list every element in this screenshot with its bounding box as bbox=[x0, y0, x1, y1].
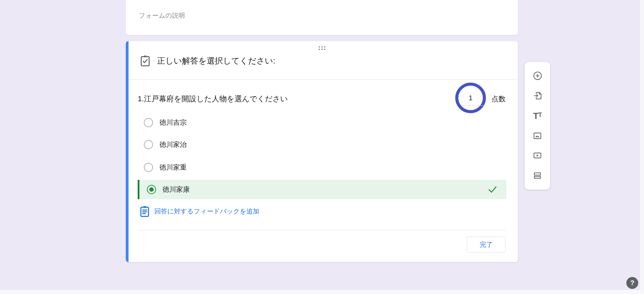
answer-option-label: 徳川家重 bbox=[159, 163, 187, 172]
answer-option[interactable]: 徳川吉宗 bbox=[138, 116, 187, 129]
google-forms-quiz-editor: フォームの説明 正しい解答を選択してください: 1.江戸幕府を開設した人物を選ん… bbox=[0, 0, 644, 294]
points-value[interactable]: 1 bbox=[469, 94, 472, 102]
clipboard-check-icon bbox=[140, 55, 150, 67]
add-feedback-link[interactable]: 回答に対するフィードバックを追加 bbox=[140, 205, 259, 218]
import-questions-button[interactable] bbox=[530, 89, 545, 103]
footer-divider bbox=[138, 230, 506, 230]
add-video-button[interactable] bbox=[530, 149, 545, 163]
form-description-input[interactable]: フォームの説明 bbox=[139, 11, 185, 20]
import-questions-icon bbox=[533, 91, 542, 100]
side-toolbar: TT bbox=[525, 62, 550, 190]
add-image-button[interactable] bbox=[530, 128, 545, 143]
points-label: 点数 bbox=[491, 94, 506, 104]
image-icon bbox=[533, 131, 542, 140]
answer-option-label: 徳川吉宗 bbox=[159, 118, 187, 127]
question-card: 正しい解答を選択してください: 1.江戸幕府を開設した人物を選んでください 1 … bbox=[126, 41, 518, 262]
add-title-button[interactable]: TT bbox=[530, 109, 545, 123]
radio-unselected-icon[interactable] bbox=[144, 163, 153, 172]
drag-handle-icon[interactable] bbox=[319, 46, 325, 50]
radio-selected-icon[interactable] bbox=[147, 185, 156, 194]
answer-option-label: 徳川家康 bbox=[163, 185, 190, 194]
help-button[interactable]: ? bbox=[626, 277, 638, 289]
feedback-clipboard-icon bbox=[140, 206, 149, 217]
correct-row-accent-bar bbox=[138, 180, 139, 199]
section-icon bbox=[533, 171, 542, 180]
add-question-button[interactable] bbox=[530, 69, 545, 83]
radio-unselected-icon[interactable] bbox=[144, 118, 153, 127]
page-bottom-edge bbox=[0, 290, 644, 294]
radio-unselected-icon[interactable] bbox=[144, 140, 153, 149]
scrollbar-gutter[interactable] bbox=[640, 0, 644, 294]
question-mark-icon: ? bbox=[630, 279, 634, 287]
done-button[interactable]: 完了 bbox=[467, 237, 506, 253]
answer-key-title: 正しい解答を選択してください: bbox=[157, 55, 275, 66]
plus-circle-icon bbox=[533, 71, 542, 81]
question-text: 1.江戸幕府を開設した人物を選んでください bbox=[138, 94, 288, 104]
points-input[interactable]: 1 bbox=[455, 83, 486, 113]
header-divider bbox=[129, 79, 518, 80]
answer-option[interactable]: 徳川家重 bbox=[138, 160, 187, 174]
answer-option-correct[interactable]: 徳川家康 bbox=[138, 180, 506, 199]
answer-key-header: 正しい解答を選択してください: bbox=[140, 55, 275, 67]
points-input-underline bbox=[461, 105, 487, 106]
video-icon bbox=[533, 151, 542, 160]
answer-option-label: 徳川家治 bbox=[159, 140, 187, 149]
text-title-icon: TT bbox=[533, 111, 542, 120]
answer-option[interactable]: 徳川家治 bbox=[138, 138, 187, 151]
add-section-button[interactable] bbox=[530, 169, 545, 183]
add-feedback-label: 回答に対するフィードバックを追加 bbox=[154, 207, 259, 216]
form-description-card: フォームの説明 bbox=[126, 0, 518, 35]
correct-check-icon bbox=[488, 186, 497, 193]
active-card-accent-bar bbox=[126, 41, 129, 262]
